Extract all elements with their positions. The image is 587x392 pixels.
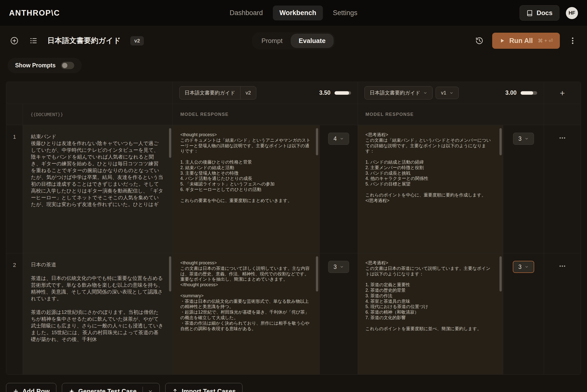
nav-tab-dashboard[interactable]: Dashboard [223,6,269,20]
kebab-icon [568,36,577,45]
chevron-down-icon [340,137,344,141]
rating-cell: 3 [503,125,544,253]
model-response-header-v2: MODEL RESPONSE [173,104,358,125]
row-number: 1 [6,125,23,253]
prompt-version-selector-v2[interactable]: 日本語文書要約ガイド v2 [179,86,256,100]
rating-dropdown[interactable]: 3 [513,133,534,145]
play-icon [499,38,505,44]
document-text: 日本の茶道 茶道は、日本の伝統文化の中でも特に重要な位置を占める芸術形式です。単… [31,261,163,343]
nav-tab-workbench[interactable]: Workbench [273,6,323,20]
score-bar [334,91,351,95]
plus-circle-icon [10,36,19,45]
run-all-shortcut: ⌘ + ⏎ [538,38,553,44]
tab-prompt[interactable]: Prompt [254,34,291,48]
list-icon [29,36,38,45]
version-badge[interactable]: v2 [130,36,144,45]
run-all-label: Run All [509,37,533,45]
document-column-header: {{DOCUMENT}} [23,104,173,125]
button-divider [143,387,143,392]
toolbar-right: Run All ⌘ + ⏎ [473,33,579,49]
model-response-header-v1: MODEL RESPONSE [358,104,544,125]
docs-label: Docs [536,9,553,17]
row-number-header [6,104,23,125]
mode-toggle: Prompt Evaluate [252,32,335,50]
row-menu-button[interactable] [559,262,566,270]
rating-cell: 3 [320,253,358,374]
prompt-list-button[interactable] [27,34,40,47]
rating-value: 3 [518,264,522,270]
page-title: 日本語文書要約ガイド [47,36,121,46]
tab-evaluate[interactable]: Evaluate [290,34,333,48]
add-column-cell: + [544,82,581,104]
row-menu-cell [544,125,581,253]
chevron-down-icon [340,265,344,269]
add-row-button[interactable]: Add Row [6,383,56,392]
avg-score-v1: 3.00 [505,89,537,96]
scrollbar-thumb[interactable] [499,128,502,155]
user-avatar[interactable]: HF [566,7,578,19]
run-all-button[interactable]: Run All ⌘ + ⏎ [492,33,560,49]
response-text: <thought process> このドキュメントは「結束バンド」というアニメ… [180,132,311,203]
menu-column-header [544,104,581,125]
nav-tab-settings[interactable]: Settings [326,6,364,20]
overflow-menu-button[interactable] [566,34,579,47]
document-cell[interactable]: 結束バンド 後藤ひとりは友達を作れない陰キャでいつも一人で過ごしていたが、中学時… [23,125,173,253]
chevron-down-icon [525,265,529,269]
table-corner [6,82,173,104]
nav-right: Docs HF [520,5,578,21]
chevron-down-icon[interactable] [148,389,153,392]
version-label: v1 [441,90,446,96]
score-value: 3.50 [319,89,330,96]
column-header-v2: 日本語文書要約ガイド v2 3.50 [173,82,358,104]
table-footer-actions: Add Row Generate Test Case Import Test C… [6,383,242,392]
chevron-down-icon [449,91,453,95]
docs-button[interactable]: Docs [520,5,559,21]
ellipsis-icon [559,134,566,142]
model-response-cell[interactable]: <思考過程> この文書は「結束バンド」というバンドとそのメンバーについての詳細な… [358,125,503,253]
response-text: <思考過程> この文書は日本の茶道について説明しています。主要なポイントは以下の… [365,260,494,331]
version-label: v2 [240,86,256,99]
workbench-app: ANTHROP\C Dashboard Workbench Settings D… [0,0,587,392]
history-button[interactable] [473,34,486,47]
scrollbar-thumb[interactable] [169,256,171,291]
scrollbar-thumb[interactable] [316,256,318,291]
show-prompts-toggle[interactable] [61,62,74,69]
score-bar [521,91,537,95]
scrollbar-thumb[interactable] [499,256,502,291]
version-selector-v1[interactable]: v1 [436,87,458,99]
add-column-button[interactable]: + [560,89,565,97]
prompt-selector-v1[interactable]: 日本語文書要約ガイド [364,86,433,100]
rating-dropdown-selected[interactable]: 3 [513,261,534,273]
model-response-cell[interactable]: <thought process> このドキュメントは「結束バンド」というアニメ… [173,125,320,253]
row-menu-button[interactable] [559,134,566,142]
prompt-name: 日本語文書要約ガイド [180,86,240,99]
workbench-toolbar: 日本語文書要約ガイド v2 Prompt Evaluate Run All ⌘ … [0,28,587,53]
row-number: 2 [6,253,23,374]
document-cell[interactable]: 日本の茶道 茶道は、日本の伝統文化の中でも特に重要な位置を占める芸術形式です。単… [23,253,173,374]
scrollbar-thumb[interactable] [169,128,171,158]
rating-dropdown[interactable]: 4 [328,133,349,145]
scrollbar-thumb[interactable] [316,128,318,155]
generate-test-case-button[interactable]: Generate Test Case [62,383,160,392]
chevron-down-icon [525,137,529,141]
main-nav-tabs: Dashboard Workbench Settings [223,0,364,26]
import-test-cases-button[interactable]: Import Test Cases [165,383,242,392]
chevron-down-icon [423,91,427,95]
rating-value: 3 [333,264,337,270]
plus-icon [13,388,19,392]
prompt-name: 日本語文書要約ガイド [370,89,420,96]
rating-value: 4 [333,135,337,142]
history-icon [475,36,484,45]
rating-dropdown[interactable]: 3 [328,261,349,273]
new-prompt-button[interactable] [8,34,21,47]
model-response-cell[interactable]: <思考過程> この文書は日本の茶道について説明しています。主要なポイントは以下の… [358,253,503,374]
rating-value: 3 [518,135,522,142]
text-fade [23,233,173,253]
score-value: 3.00 [505,89,517,96]
top-nav: ANTHROP\C Dashboard Workbench Settings D… [0,0,587,26]
sparkle-icon [69,388,75,392]
column-header-v1: 日本語文書要約ガイド v1 3.00 [358,82,544,104]
book-icon [526,10,533,16]
row-menu-cell [544,253,581,374]
model-response-cell[interactable]: <thought process> この文書は日本の茶道について詳しく説明してい… [173,253,320,374]
